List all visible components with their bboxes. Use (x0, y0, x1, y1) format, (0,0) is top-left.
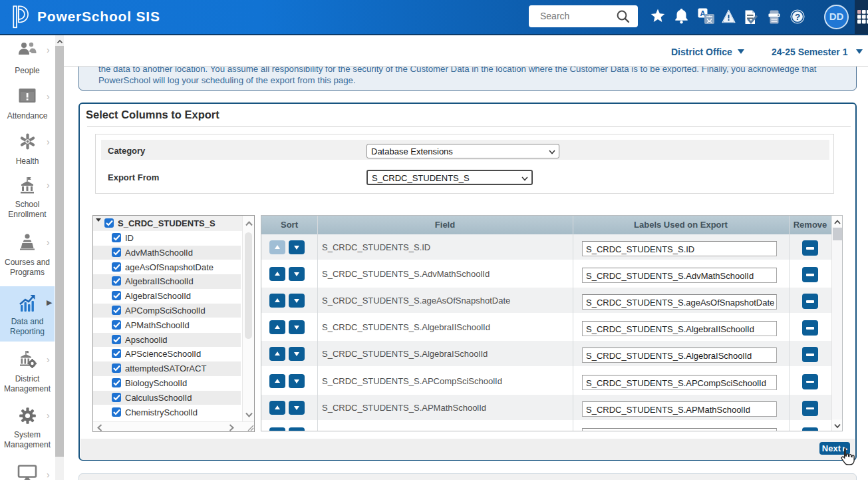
svg-text:?: ? (795, 12, 800, 22)
